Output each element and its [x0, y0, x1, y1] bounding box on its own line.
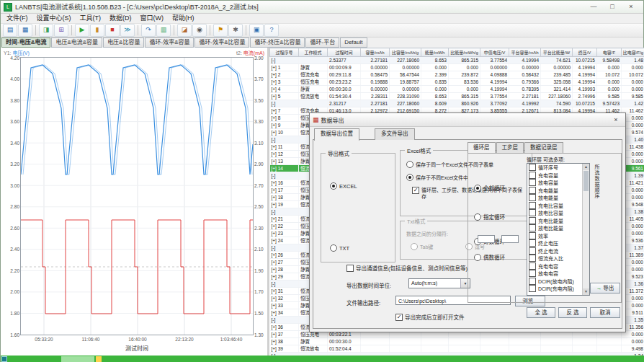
stop-test-icon[interactable]: ■ — [105, 24, 120, 37]
export-button[interactable]: →导出 — [590, 283, 620, 293]
cycle-field-item-9[interactable]: 效率 — [527, 232, 583, 240]
cycle-to-input[interactable] — [501, 235, 519, 243]
item-checkbox[interactable] — [529, 232, 536, 239]
checkbox-icon[interactable] — [346, 265, 354, 272]
radio-icon[interactable] — [474, 254, 481, 261]
view-tab-1[interactable]: 电压&电流&容量 — [51, 37, 102, 48]
column-header-6[interactable]: 比能量/mWh/g — [449, 48, 480, 57]
item-checkbox[interactable] — [529, 270, 536, 277]
column-header-11[interactable]: 电容/F — [597, 48, 622, 57]
radio-icon[interactable] — [330, 244, 337, 252]
scroll-up-icon[interactable]: ▲ — [583, 164, 589, 170]
dialog-title-bar[interactable]: ▦ 数据导出 × — [310, 113, 625, 127]
radio-icon[interactable] — [330, 182, 337, 190]
item-checkbox[interactable] — [529, 285, 536, 292]
view-tab-6[interactable]: 循环-平台 — [305, 37, 339, 48]
item-checkbox[interactable] — [529, 209, 536, 216]
view-tab-4[interactable]: 循环-效率&比容量 — [194, 37, 249, 48]
menu-item-3[interactable]: 数据(D) — [105, 14, 136, 23]
column-header-0[interactable]: 过程序号 — [270, 48, 299, 57]
view-tab-5[interactable]: 循环-终压&比容量 — [250, 37, 305, 48]
radio-scope-3[interactable]: 偶数循环 — [474, 253, 505, 261]
column-header-8[interactable]: 平台容量/mAh — [509, 48, 541, 57]
item-checkbox[interactable] — [529, 172, 536, 179]
cycle-field-item-6[interactable]: 放电比容量 — [527, 209, 583, 217]
menu-item-1[interactable]: 设置中心(S) — [32, 14, 76, 23]
item-checkbox[interactable] — [529, 194, 536, 201]
cycle-field-item-11[interactable]: 终止电流 — [527, 247, 583, 255]
cycle-field-item-15[interactable]: DCIR(放电内阻) — [527, 278, 583, 286]
channel-grid-status-icon[interactable] — [1, 356, 7, 362]
column-header-5[interactable]: 能量/mWh — [421, 48, 449, 57]
chart-view-icon[interactable]: ◪ — [177, 24, 192, 37]
checkbox-channel-info[interactable]: 导出通道信息(包括设备信息、测点时间信息等) — [346, 264, 468, 272]
item-checkbox[interactable] — [529, 247, 536, 255]
radio-scope-1[interactable]: 指定循环 — [474, 213, 505, 221]
invert-selection-button[interactable]: 反 选 — [558, 307, 587, 318]
cycle-field-item-7[interactable]: 充电比能量 — [527, 217, 583, 225]
table-row[interactable]: [+] 39恒流放电01:52:04.49.498 — [270, 345, 644, 353]
item-checkbox[interactable] — [529, 164, 536, 171]
window-layout-icon[interactable]: ▣ — [249, 24, 264, 37]
cycle-field-item-0[interactable]: 循环序号 — [527, 164, 583, 172]
checkbox-icon[interactable] — [395, 314, 403, 321]
menu-item-0[interactable]: 文件(F) — [2, 14, 32, 23]
layer-tab-2[interactable]: 数据记录层 — [524, 142, 563, 153]
export-data-icon[interactable]: ◨ — [39, 24, 53, 37]
radio-icon[interactable] — [411, 243, 418, 250]
start-test-icon[interactable]: ▶ — [75, 24, 89, 37]
column-header-1[interactable]: 工作模式 — [299, 48, 328, 57]
table-row[interactable]: [+] 1静置00:00:09.90.000000.000000.0000.00… — [270, 64, 644, 71]
radio-scope-0[interactable]: 全部循环 — [474, 184, 505, 192]
cycle-field-item-13[interactable]: 充电电容 — [527, 262, 583, 270]
column-header-9[interactable]: 平台比能量/W — [541, 48, 573, 57]
cycle-field-item-1[interactable]: 充电容量 — [527, 172, 583, 180]
dialog-close-icon[interactable]: × — [609, 115, 622, 125]
view-tab-0[interactable]: 时间-电压&电流 — [1, 37, 50, 48]
menu-item-5[interactable]: 帮助(H) — [168, 14, 199, 23]
select-all-button[interactable]: 全 选 — [527, 307, 555, 318]
cycle-field-item-2[interactable]: 放电容量 — [527, 179, 583, 187]
cancel-button[interactable]: 取消 — [590, 307, 620, 318]
cycle-from-input[interactable] — [478, 235, 495, 243]
cycle-field-item-16[interactable]: DCIR(充电内阻) — [527, 285, 583, 293]
column-header-2[interactable]: 过程时间 — [328, 48, 361, 57]
radio-format-txt[interactable]: TXT — [330, 244, 349, 252]
cycle-field-item-8[interactable]: 放电比能量 — [527, 224, 583, 232]
cycle-field-item-14[interactable]: 放电电容 — [527, 270, 583, 278]
checkbox-open-after-export[interactable]: 导出完成后立即打开文件 — [395, 313, 465, 321]
item-checkbox[interactable] — [529, 202, 536, 209]
scroll-thumb[interactable] — [583, 171, 589, 191]
pause-test-icon[interactable]: ▮ — [90, 24, 104, 37]
cycle-field-item-5[interactable]: 充电比容量 — [527, 202, 583, 210]
radio-tab-separator[interactable]: Tab键 — [411, 243, 433, 250]
radio-excel-separate-files[interactable]: 保存于不同Excel文件中 — [406, 174, 468, 181]
minimize-button[interactable]: — — [584, 2, 603, 12]
radio-icon[interactable] — [474, 185, 481, 192]
item-checkbox[interactable] — [529, 187, 536, 194]
item-checkbox[interactable] — [529, 179, 536, 186]
view-tab-2[interactable]: 电压&比容量 — [103, 37, 144, 48]
list-scrollbar[interactable]: ▲ ▼ — [582, 164, 589, 295]
jump-step-icon[interactable]: ↷ — [141, 24, 156, 37]
table-row[interactable]: [-]2.312172.27181227.180608.609860.9263.… — [270, 100, 644, 107]
column-header-10[interactable]: 终压/V — [573, 48, 597, 57]
layer-tab-1[interactable]: 工步层 — [496, 142, 524, 153]
column-header-3[interactable]: 容量/mAh — [361, 48, 390, 57]
open-file-icon[interactable]: ▤ — [3, 24, 17, 37]
cycle-field-item-4[interactable]: 放电能量 — [527, 194, 583, 202]
item-checkbox[interactable] — [529, 239, 536, 247]
settings-icon[interactable]: ✱ — [228, 24, 243, 37]
save-icon[interactable]: ▦ — [18, 24, 32, 37]
column-header-7[interactable]: 中值电压/V — [480, 48, 509, 57]
cycle-field-item-10[interactable]: 终止电压 — [527, 239, 583, 247]
table-row[interactable]: [+] 4静置00:00:30.00.000000.000000.0000.00… — [270, 86, 644, 93]
layer-tab-0[interactable]: 循环层 — [468, 142, 496, 153]
view-tab-7[interactable]: Default — [340, 37, 367, 48]
menu-item-4[interactable]: 窗口(W) — [136, 14, 169, 23]
radio-icon[interactable] — [406, 174, 413, 181]
column-header-4[interactable]: 比容量/mAh/g — [390, 48, 421, 57]
time-unit-select[interactable]: Auto(h:m:s) ▼ — [408, 278, 470, 288]
tab-export-location[interactable]: 数据导出位置 — [314, 128, 359, 141]
table-row[interactable]: [-]2.533772.27181227.180608.653865.3153.… — [270, 57, 644, 64]
